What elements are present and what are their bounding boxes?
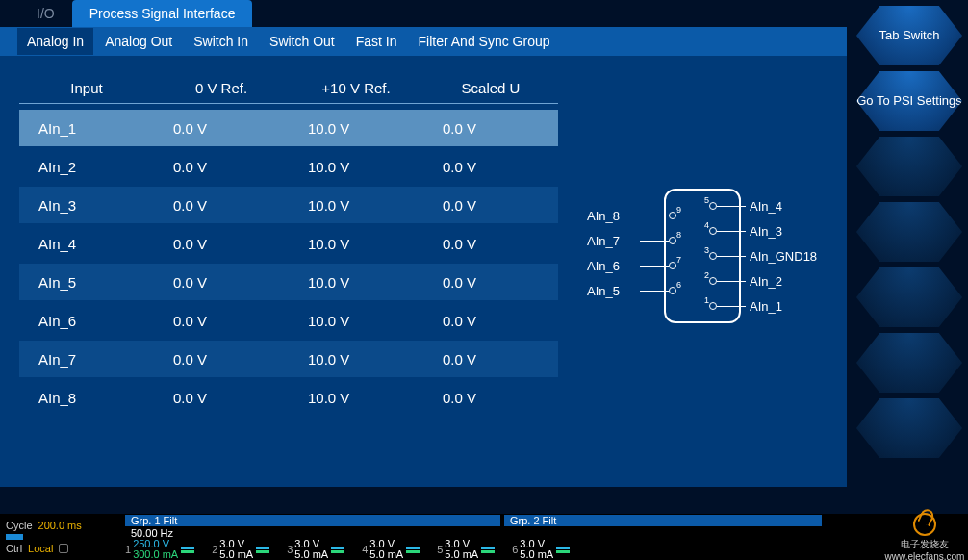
cell-ref0: 0.0 V [154, 390, 289, 406]
lock-icon [59, 544, 68, 553]
cell-input: AIn_7 [19, 351, 154, 368]
channel-3: 33.0 V5.0 mA [287, 539, 344, 560]
cell-ref10: 10.0 V [289, 159, 423, 175]
cell-ref10: 10.0 V [289, 313, 423, 329]
pin-circle [709, 227, 717, 235]
cell-ref0: 0.0 V [154, 197, 289, 214]
connector-pin: 4AIn_3 [587, 221, 818, 241]
status-mid: Grp. 1 Filt Grp. 2 Filt 50.00 Hz 1250.0 … [125, 514, 881, 560]
hex-button-empty [856, 137, 962, 196]
sub-tab-fast-in[interactable]: Fast In [346, 28, 407, 55]
hex-button-empty [856, 202, 962, 262]
connector-pin: 3AIn_GND18 [587, 246, 818, 266]
channel-current: 5.0 mA [294, 549, 328, 560]
group1-label: Grp. 1 Filt [125, 515, 500, 526]
channel-number: 3 [287, 544, 293, 555]
hex-button-empty [856, 398, 962, 458]
channel-number: 2 [212, 544, 217, 555]
cell-ref0: 0.0 V [154, 274, 289, 291]
pin-label: AIn_3 [746, 224, 818, 239]
channel-6: 63.0 V5.0 mA [512, 539, 570, 560]
channel-current: 5.0 mA [219, 549, 253, 560]
cell-scaled: 0.0 V [423, 236, 558, 252]
channel-number: 6 [512, 544, 518, 555]
content-panel: Input 0 V Ref. +10 V Ref. Scaled U AIn_1… [0, 56, 847, 487]
connector-pin: 2AIn_2 [587, 271, 818, 291]
channel-bars-icon [481, 547, 495, 553]
pin-wire [717, 306, 746, 307]
cell-ref10: 10.0 V [289, 236, 423, 252]
sub-tab-analog-in[interactable]: Analog In [17, 28, 93, 55]
logo-icon [913, 513, 936, 536]
table-row[interactable]: AIn_60.0 V10.0 V0.0 V [19, 302, 558, 339]
pin-wire [717, 256, 746, 257]
sub-tab-analog-out[interactable]: Analog Out [95, 28, 182, 55]
sub-tab-filter-and-sync-group[interactable]: Filter And Sync Group [409, 28, 560, 55]
pin-label: AIn_4 [746, 199, 818, 214]
pin-label: AIn_GND18 [746, 249, 818, 264]
channel-current: 300.0 mA [133, 549, 178, 560]
hex-button-go-to-psi-settings[interactable]: Go To PSI Settings [856, 71, 962, 131]
pin-number: 4 [704, 220, 709, 230]
cycle-value: 200.0 ms [38, 520, 82, 531]
pin-circle [709, 252, 717, 260]
cell-ref10: 10.0 V [289, 274, 423, 291]
tab-process-signal-interface[interactable]: Process Signal Interface [72, 0, 253, 27]
cell-scaled: 0.0 V [423, 197, 558, 214]
cell-ref0: 0.0 V [154, 313, 289, 329]
channel-1: 1250.0 V300.0 mA [125, 539, 194, 560]
channel-current: 5.0 mA [520, 549, 553, 560]
table-header: Input 0 V Ref. +10 V Ref. Scaled U [19, 73, 558, 104]
col-scaled-u: Scaled U [423, 80, 558, 96]
table-row[interactable]: AIn_70.0 V10.0 V0.0 V [19, 341, 558, 377]
cell-input: AIn_2 [19, 159, 154, 175]
pin-label: AIn_1 [746, 299, 818, 314]
table-row[interactable]: AIn_10.0 V10.0 V0.0 V [19, 110, 558, 146]
sub-tab-switch-in[interactable]: Switch In [184, 28, 258, 55]
connector-pin: 5AIn_4 [587, 196, 818, 216]
pin-wire [717, 206, 746, 207]
cell-scaled: 0.0 V [423, 159, 558, 175]
status-bar: Cycle 200.0 ms Ctrl Local Grp. 1 Filt Gr… [0, 514, 968, 560]
channel-number: 5 [437, 544, 443, 555]
pin-number: 3 [704, 245, 709, 255]
table-row[interactable]: AIn_40.0 V10.0 V0.0 V [19, 225, 558, 262]
sub-tab-bar: Analog InAnalog OutSwitch InSwitch OutFa… [0, 27, 847, 56]
cell-ref10: 10.0 V [289, 120, 423, 137]
cycle-label: Cycle [6, 520, 33, 531]
cell-scaled: 0.0 V [423, 274, 558, 291]
logo-text-bottom: www.elecfans.com [885, 551, 965, 561]
channel-5: 53.0 V5.0 mA [437, 539, 495, 560]
table-row[interactable]: AIn_50.0 V10.0 V0.0 V [19, 264, 558, 300]
cell-ref10: 10.0 V [289, 390, 423, 406]
pin-circle [709, 302, 717, 310]
hex-button-column: Tab SwitchGo To PSI Settings [856, 6, 962, 458]
channel-current: 5.0 mA [369, 549, 403, 560]
col-10v-ref: +10 V Ref. [289, 80, 423, 96]
channel-current: 5.0 mA [445, 549, 478, 560]
hex-button-empty [856, 333, 962, 393]
channel-4: 43.0 V5.0 mA [362, 539, 420, 560]
sub-tab-switch-out[interactable]: Switch Out [260, 28, 344, 55]
pin-number: 5 [704, 195, 709, 205]
ctrl-label: Ctrl [6, 543, 22, 554]
col-0v-ref: 0 V Ref. [154, 80, 289, 96]
table-row[interactable]: AIn_80.0 V10.0 V0.0 V [19, 379, 558, 416]
pin-wire [717, 281, 746, 282]
table-row[interactable]: AIn_30.0 V10.0 V0.0 V [19, 187, 558, 223]
cell-input: AIn_5 [19, 274, 154, 291]
channel-bars-icon [331, 547, 344, 553]
cell-ref0: 0.0 V [154, 351, 289, 368]
cycle-bar-icon [6, 534, 23, 540]
logo-text-top: 电子发烧友 [885, 538, 965, 551]
pin-number: 2 [704, 270, 709, 280]
table-row[interactable]: AIn_20.0 V10.0 V0.0 V [19, 148, 558, 185]
hex-button-empty [856, 267, 962, 327]
connector-pin: 1AIn_1 [587, 296, 818, 316]
pin-circle [709, 202, 717, 210]
hex-button-tab-switch[interactable]: Tab Switch [856, 6, 962, 65]
cell-input: AIn_1 [19, 120, 154, 137]
channel-bars-icon [256, 547, 269, 553]
cell-input: AIn_4 [19, 236, 154, 252]
cell-ref10: 10.0 V [289, 351, 423, 368]
